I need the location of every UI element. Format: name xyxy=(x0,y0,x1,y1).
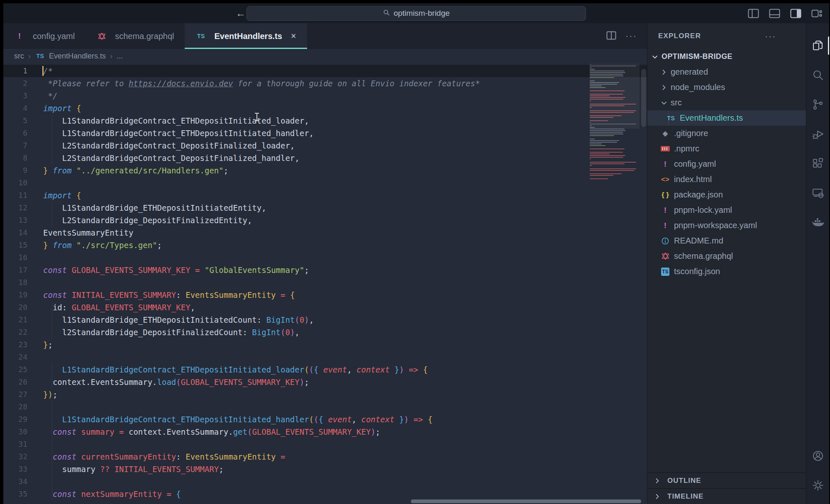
tree-item-config.yaml[interactable]: !config.yaml xyxy=(647,156,806,172)
tree-item-README.md[interactable]: README.md xyxy=(647,233,806,248)
minimap-slider[interactable] xyxy=(590,64,640,129)
tab-config.yaml[interactable]: !config.yaml xyxy=(3,23,85,49)
json-icon: { } xyxy=(660,191,671,199)
code-line-5[interactable]: 5 L1StandardBridgeContract_ETHDepositIni… xyxy=(3,114,647,127)
toggle-primary-sidebar-icon[interactable] xyxy=(748,9,759,18)
horizontal-scrollbar[interactable] xyxy=(411,499,641,503)
code-line-28[interactable]: 28 xyxy=(3,401,647,413)
code-line-25[interactable]: 25 L1StandardBridgeContract_ETHDepositIn… xyxy=(3,363,647,376)
close-tab-icon[interactable]: × xyxy=(291,31,296,41)
code-line-18[interactable]: 18 xyxy=(3,276,647,289)
code-line-32[interactable]: 32 const currentSummaryEntity: EventsSum… xyxy=(3,450,647,463)
code-line-33[interactable]: 33 summary ?? INITIAL_EVENTS_SUMMARY; xyxy=(3,463,647,475)
breadcrumb-item-...[interactable]: ... xyxy=(117,52,123,61)
toggle-panel-icon[interactable] xyxy=(769,9,780,18)
source-control-icon[interactable] xyxy=(806,90,829,119)
command-center-search[interactable]: optimism-bridge xyxy=(247,6,586,21)
code-line-17[interactable]: 17const GLOBAL_EVENTS_SUMMARY_KEY = "Glo… xyxy=(3,264,647,276)
minimap-line xyxy=(590,139,595,139)
more-actions-button[interactable]: ··· xyxy=(625,31,637,41)
code-line-15[interactable]: 15} from "./src/Types.gen"; xyxy=(3,239,647,251)
tree-item-label: package.json xyxy=(674,190,723,200)
code-line-13[interactable]: 13 L2StandardBridge_DepositFinalizedEnti… xyxy=(3,214,647,226)
back-arrow-icon[interactable]: ← xyxy=(236,7,246,19)
code-line-14[interactable]: 14EventsSummaryEntity xyxy=(3,226,647,239)
code-line-29[interactable]: 29 L1StandardBridgeContract_ETHDepositIn… xyxy=(3,413,647,426)
tab-EventHandlers.ts[interactable]: TSEventHandlers.ts× xyxy=(185,23,307,49)
tree-item-EventHandlers.ts[interactable]: TSEventHandlers.ts xyxy=(647,110,806,126)
tree-item-tsconfig.json[interactable]: TStsconfig.json xyxy=(647,264,806,279)
customize-layout-icon[interactable] xyxy=(811,9,823,18)
code-line-12[interactable]: 12 L1StandardBridge_ETHDepositInitiatedE… xyxy=(3,202,647,214)
tab-schema.graphql[interactable]: schema.graphql xyxy=(85,23,185,49)
remote-explorer-icon[interactable] xyxy=(806,178,829,207)
code-line-10[interactable]: 10 xyxy=(3,177,647,189)
tree-item-pnpm-workspace.yaml[interactable]: !pnpm-workspace.yaml xyxy=(647,218,806,233)
tree-item-OPTIMISM-BRIDGE[interactable]: OPTIMISM-BRIDGE xyxy=(647,49,806,64)
run-debug-icon[interactable] xyxy=(806,119,829,149)
account-icon[interactable] xyxy=(806,441,829,470)
code-line-21[interactable]: 21 l1StandardBridge_ETHDepositInitiatedC… xyxy=(3,314,647,326)
line-number: 1 xyxy=(3,65,39,77)
code-line-2[interactable]: 2 *Please refer to https://docs.envio.de… xyxy=(3,77,647,90)
tree-folder-node_modules[interactable]: node_modules xyxy=(647,80,806,95)
tree-item-schema.graphql[interactable]: schema.graphql xyxy=(647,248,806,264)
breadcrumb-label: src xyxy=(14,52,24,61)
code-line-16[interactable]: 16 xyxy=(3,251,647,264)
line-text: const INITIAL_EVENTS_SUMMARY: EventsSumm… xyxy=(39,289,295,301)
code-line-27[interactable]: 27}); xyxy=(3,388,647,401)
code-editor[interactable]: 1/*2 *Please refer to https://docs.envio… xyxy=(3,63,647,504)
indent-guide xyxy=(52,450,52,463)
code-line-35[interactable]: 35 const nextSummaryEntity = { xyxy=(3,488,647,500)
line-text: }; xyxy=(39,338,53,351)
line-text: L1StandardBridgeContract_ETHDepositIniti… xyxy=(39,363,428,376)
tree-item-label: README.md xyxy=(674,236,723,246)
extensions-icon[interactable] xyxy=(806,149,829,178)
code-line-24[interactable]: 24 xyxy=(3,351,647,363)
minimap-line xyxy=(590,162,636,163)
indent-guide xyxy=(52,214,52,226)
code-line-9[interactable]: 9} from "../generated/src/Handlers.gen"; xyxy=(3,164,647,177)
minimap[interactable] xyxy=(590,64,640,185)
code-line-6[interactable]: 6 L1StandardBridgeContract_ETHDepositIni… xyxy=(3,127,647,139)
code-line-3[interactable]: 3 */ xyxy=(3,90,647,102)
code-line-1[interactable]: 1/* xyxy=(3,65,647,77)
vertical-scrollbar[interactable] xyxy=(641,69,646,127)
code-line-34[interactable]: 34 xyxy=(3,475,647,488)
breadcrumb-item-EventHandlers.ts[interactable]: TSEventHandlers.ts xyxy=(35,52,106,61)
split-editor-icon[interactable] xyxy=(606,31,616,41)
code-line-4[interactable]: 4import { xyxy=(3,102,647,114)
code-line-11[interactable]: 11import { xyxy=(3,189,647,202)
tree-item-.gitignore[interactable]: ◈.gitignore xyxy=(647,126,806,141)
code-line-31[interactable]: 31 xyxy=(3,438,647,450)
tree-item-package.json[interactable]: { }package.json xyxy=(647,187,806,202)
code-line-26[interactable]: 26 context.EventsSummary.load(GLOBAL_EVE… xyxy=(3,376,647,388)
breadcrumb: src›TSEventHandlers.ts›... xyxy=(3,49,647,63)
settings-icon[interactable] xyxy=(806,470,829,500)
tree-folder-src[interactable]: src xyxy=(647,95,806,110)
code-line-22[interactable]: 22 l2StandardBridge_DepositFinalizedCoun… xyxy=(3,326,647,338)
tree-item-pnpm-lock.yaml[interactable]: !pnpm-lock.yaml xyxy=(647,202,806,218)
code-line-23[interactable]: 23}; xyxy=(3,338,647,351)
tree-item-index.html[interactable]: <>index.html xyxy=(647,172,806,187)
tree-folder-generated[interactable]: generated xyxy=(647,64,806,80)
explorer-icon[interactable] xyxy=(806,31,829,60)
search-icon[interactable] xyxy=(806,60,829,90)
breadcrumb-item-src[interactable]: src xyxy=(14,52,24,61)
line-text: id: GLOBAL_EVENTS_SUMMARY_KEY, xyxy=(39,301,195,314)
section-timeline[interactable]: TIMELINE xyxy=(647,488,806,504)
explorer-more-actions-button[interactable]: ··· xyxy=(765,31,776,41)
code-line-8[interactable]: 8 L2StandardBridgeContract_DepositFinali… xyxy=(3,152,647,164)
code-line-19[interactable]: 19const INITIAL_EVENTS_SUMMARY: EventsSu… xyxy=(3,289,647,301)
toggle-secondary-sidebar-icon[interactable] xyxy=(790,9,801,18)
breadcrumb-separator: › xyxy=(110,52,112,61)
tree-item-label: EventHandlers.ts xyxy=(680,113,743,123)
code-line-30[interactable]: 30 const summary = context.EventsSummary… xyxy=(3,426,647,438)
chevron-down-icon xyxy=(651,53,659,61)
section-outline[interactable]: OUTLINE xyxy=(647,472,806,488)
code-line-7[interactable]: 7 L2StandardBridgeContract_DepositFinali… xyxy=(3,139,647,152)
line-text: summary ?? INITIAL_EVENTS_SUMMARY; xyxy=(39,463,224,475)
code-line-20[interactable]: 20 id: GLOBAL_EVENTS_SUMMARY_KEY, xyxy=(3,301,647,314)
tree-item-.npmrc[interactable]: .npmrc xyxy=(647,141,806,156)
docker-icon[interactable] xyxy=(806,207,829,237)
